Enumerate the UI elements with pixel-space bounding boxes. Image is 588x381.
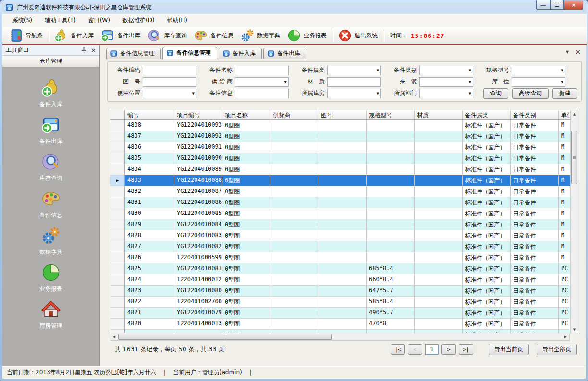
sidebar-item[interactable]: 库存查询 [39,152,62,182]
dropdown[interactable]: ▼ [327,89,381,98]
menu-item[interactable]: 系统(S) [7,14,37,26]
row-selector-cell[interactable] [110,319,125,330]
tab-list-dropdown-icon[interactable]: ▼ [566,50,569,54]
sidebar-section-header[interactable]: 仓库管理 [2,56,99,67]
table-row[interactable]: 4821YG122040100790型圈490*5.7标准件（国产）日常备件PC [110,308,570,319]
text-input[interactable] [143,77,196,87]
previous-page-button[interactable]: < [408,344,422,355]
sidebar-item[interactable]: 业务报表 [39,262,62,293]
column-header[interactable]: 规格型号 [367,110,415,119]
sidebar-item[interactable]: 数据字典 [39,226,62,256]
menu-item[interactable]: 帮助(H) [162,14,193,26]
text-input[interactable] [235,89,289,98]
dropdown[interactable]: ▼ [419,89,473,98]
dropdown[interactable]: ▼ [419,66,473,75]
scroll-left-icon[interactable]: ◀ [110,333,118,340]
panel-close-icon[interactable]: × [91,47,96,53]
row-selector-cell[interactable] [110,120,125,131]
query-button[interactable]: 查询 [483,88,508,99]
table-row[interactable]: 4836YG122040100910型圈标准件（国产）日常备件M [110,142,570,153]
dropdown[interactable]: ▼ [512,66,565,75]
table-row[interactable]: 4831YG122040100860型圈标准件（国产）日常备件M [110,197,570,208]
last-page-button[interactable]: >| [459,344,473,355]
row-selector-cell[interactable] [110,153,125,164]
maximize-button[interactable] [550,0,564,10]
tab[interactable]: 备件入库 [219,48,262,59]
export-current-page-button[interactable]: 导出当前页 [489,344,529,355]
row-selector-cell[interactable] [110,330,125,333]
tab[interactable]: 备件信息管理 [162,47,217,59]
menu-item[interactable]: 辅助工具(T) [39,14,81,26]
vertical-scrollbar[interactable]: ▲ ▼ [570,110,578,333]
row-selector-cell[interactable] [110,186,125,197]
scroll-down-icon[interactable]: ▼ [571,326,578,333]
table-row[interactable]: 4835YG122040100900型圈标准件（国产）日常备件M [110,153,570,164]
toolbar-button[interactable]: 库存查询 [145,27,191,44]
table-row[interactable]: 4838YG122040100930型圈标准件（国产）日常备件M [110,120,570,131]
tab-close-icon[interactable]: × [575,49,581,54]
row-selector-cell[interactable] [110,308,125,319]
table-row[interactable]: 4825YG122040100810型圈685*8.4标准件（国产）日常备件PC [110,263,570,274]
table-row[interactable]: 4827YG122040100820型圈标准件（国产）日常备件M [110,241,570,252]
new-button[interactable]: 新建 [552,88,577,99]
close-button[interactable]: × [564,0,583,10]
table-row[interactable]: 4832YG122040100870型圈标准件（国产）日常备件M [110,186,570,197]
row-selector-cell[interactable] [110,208,125,219]
toolbar-button[interactable]: 业务报表 [284,27,331,44]
row-selector-cell[interactable] [110,219,125,230]
menu-item[interactable]: 窗口(W) [83,14,115,26]
table-row[interactable]: 482012204014000130型圈470*8标准件（国产）日常备件PC [110,319,570,330]
table-row[interactable]: 0型圈标准件（国产）日常备件 [110,330,570,333]
column-header[interactable]: 图号 [318,110,367,119]
export-all-pages-button[interactable]: 导出全部页 [537,344,577,355]
table-row[interactable]: 482612204010005990型圈标准件（国产）日常备件M [110,252,570,263]
dropdown[interactable]: ▼ [235,77,289,87]
row-selector-cell[interactable] [110,263,125,274]
table-row[interactable]: 4829YG122040100840型圈标准件（国产）日常备件M [110,219,570,230]
toolbar-button[interactable]: 备件入库 [51,27,98,44]
row-selector-cell[interactable] [110,274,125,286]
row-selector-cell[interactable] [110,286,125,297]
horizontal-scrollbar[interactable]: ◀ ▶ [110,333,570,341]
row-selector-cell[interactable] [110,297,125,308]
toolbar-button[interactable]: 退出系统 [335,27,382,44]
sidebar-item[interactable]: 备件入库 [39,78,62,108]
column-header[interactable]: 编号 [125,110,174,119]
menu-item[interactable]: 数据维护(D) [117,14,160,26]
minimize-button[interactable]: — [536,0,550,10]
toolbar-button[interactable]: 备件出库 [98,27,145,44]
sidebar-item[interactable]: 库房管理 [39,299,62,330]
column-header[interactable]: 备件属类 [463,110,511,119]
toolbar-button[interactable]: 导航条 [6,27,47,44]
scroll-right-icon[interactable]: ▶ [562,333,569,340]
column-header[interactable]: 备件类别 [511,110,559,119]
dropdown[interactable]: ▼ [143,89,196,98]
advanced-query-button[interactable]: 高级查询 [512,88,549,99]
dropdown[interactable]: ▼ [419,77,473,87]
table-row[interactable]: 4830YG122040100850型圈标准件（国产）日常备件M [110,208,570,219]
scroll-up-icon[interactable]: ▲ [571,110,578,118]
current-page-input[interactable]: 1 [425,344,439,355]
table-row[interactable]: 482412204014000120型圈660*8.4标准件（国产）日常备件PC [110,274,570,286]
table-row[interactable]: 482212204010027000型圈585*8.4标准件（国产）日常备件PC [110,297,570,308]
text-input[interactable] [235,66,289,75]
next-page-button[interactable]: > [441,344,456,355]
dropdown[interactable]: ▼ [512,77,565,87]
first-page-button[interactable]: |< [391,344,405,355]
pin-icon[interactable] [81,47,87,53]
column-header[interactable]: 单位 [559,110,569,119]
row-selector-cell[interactable] [110,241,125,252]
table-row[interactable]: 4823YG122040100800型圈647*5.7标准件（国产）日常备件PC [110,286,570,297]
column-header[interactable]: 项目名称 [222,110,270,119]
vertical-scroll-thumb[interactable] [571,131,577,184]
sidebar-item[interactable]: 备件出库 [39,115,62,145]
dropdown[interactable]: ▼ [327,66,381,75]
row-selector-cell[interactable] [110,230,125,241]
row-selector-cell[interactable] [110,197,125,208]
horizontal-scroll-thumb[interactable] [118,334,332,340]
tab[interactable]: 备件信息管理 [106,48,161,59]
row-selector-cell[interactable] [110,142,125,153]
row-selector-cell[interactable]: ▶ [110,175,125,186]
row-selector-cell[interactable] [110,131,125,142]
toolbar-button[interactable]: 备件信息 [191,27,238,44]
